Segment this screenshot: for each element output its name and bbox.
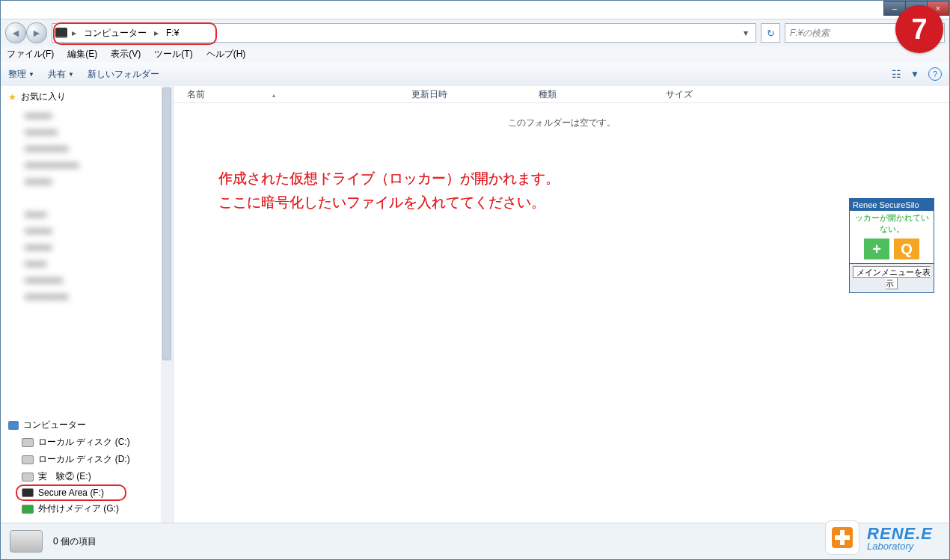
sort-indicator-icon: ▴ (272, 92, 275, 99)
panel-status: ッカーが開かれていない。 (850, 211, 934, 236)
address-dropdown[interactable]: ▾ (739, 28, 753, 38)
external-icon (22, 505, 34, 514)
new-folder-button[interactable]: 新しいフォルダー (88, 68, 159, 81)
back-button[interactable]: ◄ (5, 22, 26, 43)
sidebar: ★ お気に入り ■■■■■■■■■■■■■■■■■■■■■■■■■■■■■■■■… (1, 86, 174, 523)
menu-help[interactable]: ヘルプ(H) (205, 46, 248, 62)
view-options-button[interactable]: ☷ (892, 68, 901, 80)
sidebar-drive-d[interactable]: ローカル ディスク (D:) (8, 451, 165, 468)
col-date[interactable]: 更新日時 (411, 88, 539, 101)
help-button[interactable]: ? (928, 67, 942, 81)
panel-q-button[interactable]: Q (894, 239, 919, 259)
empty-folder-text: このフォルダーは空です。 (174, 117, 949, 129)
menu-view[interactable]: 表示(V) (109, 46, 142, 62)
chevron-down-icon: ▼ (910, 69, 919, 79)
securesilo-panel: Renee SecureSilo ッカーが開かれていない。 + Q メインメニュ… (849, 198, 934, 293)
star-icon: ★ (8, 92, 16, 102)
panel-add-button[interactable]: + (864, 239, 889, 259)
menu-tools[interactable]: ツール(T) (153, 46, 194, 62)
disk-icon (22, 438, 34, 447)
breadcrumb-drive[interactable]: F:¥ (163, 26, 182, 40)
menu-bar: ファイル(F) 編集(E) 表示(V) ツール(T) ヘルプ(H) (1, 46, 949, 63)
disk-icon (22, 473, 34, 481)
computer-icon (8, 421, 19, 430)
toolbar: 整理▼ 共有▼ 新しいフォルダー ☷▼ ? (1, 62, 949, 87)
content-area: 名前▴ 更新日時 種類 サイズ このフォルダーは空です。 作成された仮想ドライブ… (174, 86, 949, 523)
sidebar-favorites[interactable]: ★ お気に入り (8, 90, 165, 103)
organize-button[interactable]: 整理▼ (8, 68, 34, 81)
panel-menu-button-row: メインメニューを表示 (850, 263, 934, 292)
chevron-right-icon: ▸ (154, 28, 159, 38)
panel-title: Renee SecureSilo (850, 199, 934, 211)
col-type[interactable]: 種類 (539, 88, 666, 101)
logo-cross-icon (825, 520, 859, 555)
drive-large-icon (10, 530, 43, 553)
forward-button[interactable]: ► (26, 22, 47, 43)
renee-logo: RENE.E Laboratory (825, 520, 933, 555)
sidebar-drive-c[interactable]: ローカル ディスク (C:) (8, 434, 165, 451)
status-bar: 0 個の項目 (1, 523, 949, 559)
col-name[interactable]: 名前▴ (187, 88, 411, 101)
breadcrumb-computer[interactable]: コンピューター (81, 25, 150, 41)
col-size[interactable]: サイズ (666, 88, 738, 101)
address-bar[interactable]: ▸ コンピューター ▸ F:¥ ▾ (52, 23, 756, 43)
sidebar-drive-g[interactable]: 外付けメディア (G:) (8, 500, 165, 517)
annotation-text: 作成された仮想ドライブ（ロッカー）が開かれます。 ここに暗号化したいファイルを入… (218, 167, 560, 215)
column-headers: 名前▴ 更新日時 種類 サイズ (174, 86, 949, 103)
scrollbar-thumb[interactable] (162, 87, 171, 360)
sidebar-scrollbar[interactable] (161, 86, 173, 523)
chevron-right-icon: ▸ (72, 28, 76, 38)
sidebar-drive-e[interactable]: 実 験② (E:) (8, 468, 165, 485)
share-button[interactable]: 共有▼ (48, 68, 74, 81)
sidebar-favorites-label: お気に入り (21, 90, 66, 103)
disk-icon (22, 455, 34, 464)
sidebar-drive-f[interactable]: Secure Area (F:) (8, 485, 165, 500)
refresh-button[interactable]: ↻ (761, 23, 780, 43)
status-item-count: 0 個の項目 (53, 535, 96, 548)
chevron-down-icon: ▼ (68, 71, 74, 78)
chevron-down-icon: ▼ (28, 71, 34, 78)
sidebar-blurred-items: ■■■■■■■■■■■■■■■■■■■■■■■■■■■■■■■■■■■■■■■■… (25, 108, 165, 305)
menu-file[interactable]: ファイル(F) (5, 46, 55, 62)
menu-edit[interactable]: 編集(E) (66, 46, 99, 62)
step-badge: 7 (895, 5, 943, 53)
sidebar-computer-group: コンピューター ローカル ディスク (C:) ローカル ディスク (D:) 実 … (1, 416, 173, 517)
disk-icon (22, 488, 34, 497)
nav-row: ◄ ► ▸ コンピューター ▸ F:¥ ▾ ↻ F:¥の検索 (1, 19, 949, 47)
drive-icon (55, 28, 67, 38)
sidebar-computer[interactable]: コンピューター (8, 416, 165, 434)
panel-menu-button[interactable]: メインメニューを表示 (853, 266, 931, 289)
